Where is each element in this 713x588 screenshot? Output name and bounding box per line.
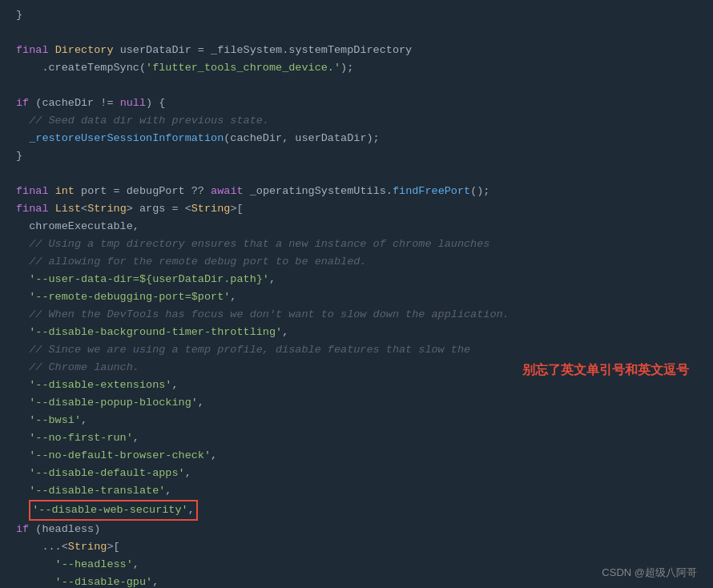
line-18: // When the DevTools has focus we don't …: [16, 306, 713, 324]
line-16: '--user-data-dir=${userDataDir.path}',: [16, 271, 713, 288]
line-5: [16, 77, 713, 95]
line-7: // Seed data dir with previous state.: [16, 112, 713, 130]
watermark: CSDN @超级八阿哥: [602, 566, 697, 580]
line-26: '--no-default-browser-check',: [16, 447, 713, 465]
line-17: '--remote-debugging-port=$port',: [16, 288, 713, 306]
line-28: '--disable-translate',: [16, 482, 713, 500]
line-24: '--bwsi',: [16, 412, 713, 429]
line-12: final List<String> args = <String>[: [16, 200, 713, 218]
line-11: final int port = debugPort ?? await _ope…: [16, 183, 713, 200]
line-25: '--no-first-run',: [16, 429, 713, 447]
line-14: // Using a tmp directory ensures that a …: [16, 236, 713, 253]
line-19: '--disable-background-timer-throttling',: [16, 324, 713, 341]
line-8: _restoreUserSessionInformation(cacheDir,…: [16, 130, 713, 147]
line-6: if (cacheDir != null) {: [16, 95, 713, 112]
line-1: }: [16, 6, 713, 24]
line-3: final Directory userDataDir = _fileSyste…: [16, 42, 713, 59]
line-23: '--disable-popup-blocking',: [16, 394, 713, 412]
line-30: if (headless): [16, 521, 713, 538]
line-27: '--disable-default-apps',: [16, 465, 713, 482]
line-9: }: [16, 147, 713, 165]
line-2: [16, 24, 713, 42]
code-editor: } final Directory userDataDir = _fileSys…: [0, 0, 713, 588]
line-10: [16, 165, 713, 183]
line-20: // Since we are using a temp profile, di…: [16, 341, 713, 359]
line-29-highlight: '--disable-web-security',: [16, 500, 713, 521]
line-4: .createTempSync('flutter_tools_chrome_de…: [16, 59, 713, 77]
line-13: chromeExecutable,: [16, 218, 713, 236]
line-22: '--disable-extensions',: [16, 377, 713, 394]
line-15: // allowing for the remote debug port to…: [16, 253, 713, 271]
line-31: ...<String>[: [16, 538, 713, 556]
annotation-text: 别忘了英文单引号和英文逗号: [522, 362, 689, 379]
